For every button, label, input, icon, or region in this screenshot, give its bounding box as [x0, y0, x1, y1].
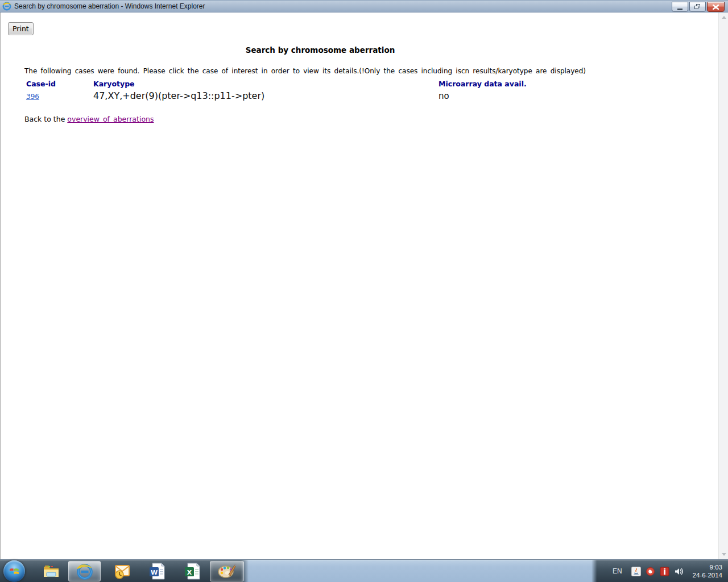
taskbar-clock[interactable]: 9:03 24-6-2014 — [693, 563, 722, 579]
info-square-tray-icon[interactable] — [660, 566, 670, 576]
windows-explorer-icon — [42, 562, 60, 580]
close-icon — [713, 5, 719, 10]
print-button[interactable]: Print — [8, 22, 34, 35]
page-title: Search by chromosome aberration — [24, 45, 616, 55]
security-ring-tray-icon[interactable] — [646, 566, 656, 576]
ie-window: Search by chromosome aberration - Window… — [0, 0, 728, 582]
taskbar-excel-button[interactable]: X — [177, 561, 207, 581]
column-header-microarray: Microarray data avail. — [437, 78, 616, 89]
back-text: Back to the — [24, 115, 67, 123]
cases-table: Case-id Karyotype Microarray data avail.… — [24, 78, 616, 103]
windows-logo-icon — [8, 565, 20, 577]
karyotype-value: 47,XY,+der(9)(pter->q13::p11->pter) — [93, 90, 264, 101]
taskbar-paint-button[interactable] — [210, 561, 244, 581]
vertical-scrollbar[interactable] — [718, 13, 728, 559]
scroll-down-arrow-icon[interactable] — [719, 550, 728, 559]
minimize-icon — [677, 9, 682, 10]
scroll-up-arrow-icon[interactable] — [719, 13, 728, 22]
microarray-value: no — [439, 91, 449, 101]
overview-of-aberrations-link[interactable]: overview of aberrations — [67, 115, 154, 123]
back-line: Back to the overview of aberrations — [24, 115, 616, 123]
clock-date: 24-6-2014 — [693, 572, 722, 579]
titlebar: Search by chromosome aberration - Window… — [0, 0, 728, 13]
outlook-icon — [113, 562, 131, 580]
table-header-row: Case-id Karyotype Microarray data avail. — [24, 78, 616, 89]
column-header-case-id: Case-id — [24, 78, 92, 89]
close-button[interactable] — [707, 2, 725, 12]
results-description: The following cases were found. Please c… — [24, 67, 616, 75]
page-content: Print Search by chromosome aberration Th… — [1, 13, 718, 123]
word-icon: W — [148, 562, 166, 580]
window-controls — [672, 2, 725, 12]
taskbar-outlook-button[interactable] — [107, 561, 136, 581]
column-header-karyotype: Karyotype — [92, 78, 437, 89]
taskbar-word-button[interactable]: W — [142, 561, 172, 581]
start-button[interactable] — [3, 560, 25, 582]
browser-viewport: Print Search by chromosome aberration Th… — [0, 13, 728, 559]
excel-icon: X — [184, 562, 201, 580]
taskbar-windows-explorer-button[interactable] — [38, 561, 65, 581]
restore-button[interactable] — [689, 2, 706, 12]
minimize-button[interactable] — [672, 2, 688, 12]
taskbar: W X — [0, 559, 728, 582]
restore-icon — [694, 4, 701, 10]
internet-explorer-icon — [75, 562, 94, 581]
volume-tray-icon[interactable] — [674, 566, 684, 576]
window-title: Search by chromosome aberration - Window… — [14, 2, 205, 10]
language-indicator[interactable]: EN — [613, 567, 622, 575]
internet-explorer-icon — [2, 2, 11, 11]
svg-text:W: W — [151, 569, 158, 576]
paint-icon — [217, 562, 237, 580]
java-update-tray-icon[interactable] — [631, 566, 642, 576]
system-tray: EN — [613, 560, 728, 582]
clock-time: 9:03 — [710, 564, 722, 571]
results-section: Search by chromosome aberration The foll… — [24, 45, 616, 123]
svg-text:X: X — [187, 569, 192, 576]
case-id-link[interactable]: 396 — [26, 93, 39, 101]
taskbar-internet-explorer-button[interactable] — [68, 561, 101, 581]
table-row: 396 47,XY,+der(9)(pter->q13::p11->pter) … — [24, 89, 616, 103]
